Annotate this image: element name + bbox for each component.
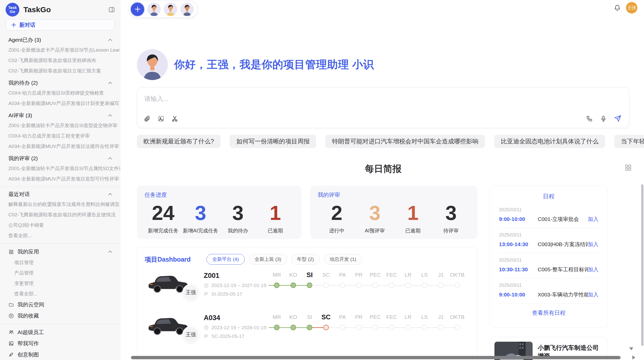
stat-value: 3 <box>432 201 470 225</box>
horizontal-scrollbar[interactable] <box>131 356 621 359</box>
recent-chats-header[interactable]: 最近对话 <box>0 189 120 199</box>
sidebar-task-item[interactable]: Z001-全新燃油轻卡产品开发项目SI节点属性5D文件评审 <box>0 163 120 174</box>
suggestion-chip[interactable]: 欧洲新规最近颁布了什么? <box>137 135 221 148</box>
project-row[interactable]: 王强Z0012023-12-19 ~ 2027-01-19SI-2025-05-… <box>145 268 470 307</box>
milestone-label: PA <box>334 313 351 321</box>
attachment-icon[interactable] <box>144 115 151 122</box>
dashboard-filter-pill[interactable]: 动总开发 (1) <box>324 254 362 265</box>
sidebar-task-item[interactable]: A034-全新新能源MUV产品开发项目造型可行性评审 <box>0 174 120 184</box>
sidebar-task-item[interactable]: C02-飞腾新能源轻客改款项目立项汇报方案 <box>0 66 120 76</box>
image-icon[interactable] <box>157 115 165 122</box>
app-sub-item[interactable]: 产品管理 <box>0 268 120 278</box>
suggestion-chip[interactable]: 如何写一份清晰的项目周报 <box>230 135 316 148</box>
sidebar-tool-writing-icon[interactable]: 帮我写作 <box>0 338 120 349</box>
milestone-dot <box>356 325 362 330</box>
project-rows: 王强Z0012023-12-19 ~ 2027-01-19SI-2025-05-… <box>145 268 470 360</box>
sidebar-section-header[interactable]: AI评审 (3) <box>0 111 120 120</box>
vertical-scrollbar[interactable] <box>641 184 643 346</box>
event-title: C001-立项审批会 <box>538 216 588 223</box>
add-agent-button[interactable] <box>131 3 144 16</box>
chevron-up-icon[interactable] <box>108 250 112 253</box>
sidebar-section-header[interactable]: Agent已办 (3) <box>0 35 120 45</box>
chevron-up-icon[interactable] <box>108 81 112 84</box>
join-link[interactable]: 加入 <box>588 216 598 223</box>
milestone-dot <box>323 325 329 330</box>
chevron-up-icon[interactable] <box>108 193 112 196</box>
recent-chat-item[interactable]: C02-飞腾新能源轻客改款项目的闭环通告反馈情况 <box>0 209 120 220</box>
milestone-dot <box>422 325 427 330</box>
scroll-down-arrow[interactable] <box>629 347 633 350</box>
join-link[interactable]: 加入 <box>588 241 598 248</box>
milestone-label: FEC <box>384 313 400 321</box>
agent-avatar-2[interactable] <box>164 3 177 16</box>
sidebar-task-item[interactable]: Z001-全新燃油皮卡产品开发项目SI节点Lesson Learn报告 <box>0 45 120 55</box>
dashboard-filter-pill[interactable]: 全新平台 (4) <box>207 254 245 265</box>
send-icon[interactable] <box>614 115 622 122</box>
plus-icon <box>11 22 16 27</box>
chevron-up-icon[interactable] <box>108 157 112 160</box>
dashboard-filters: 全新平台 (4)全新上装 (3)年型 (2)动总开发 (1) <box>207 254 366 265</box>
sidebar-tool-label: AI超级员工 <box>18 329 112 336</box>
suggestion-chip[interactable]: 当下年轻人对汽车外观有怎样的喜好趋势 <box>614 135 644 148</box>
app-sub-item[interactable]: 查看全部... <box>0 289 120 299</box>
suggestion-chip[interactable]: 特朗普可能对进口汽车增税会对中国车企造成哪些影响 <box>325 135 485 148</box>
sidebar-tool-drawing-icon[interactable]: 创意制图 <box>0 349 120 360</box>
sidebar-tool-ai-staff-icon[interactable]: AI超级员工 <box>0 327 120 338</box>
sidebar-link-cloud-folder-icon[interactable]: 我的云空间 <box>0 299 120 310</box>
dashboard-filter-pill[interactable]: 年型 (2) <box>291 254 320 265</box>
app-sub-item[interactable]: 变更管理 <box>0 278 120 289</box>
milestone-dot <box>290 282 296 288</box>
agent-avatar-1[interactable] <box>147 3 161 16</box>
briefing-layout-icon[interactable] <box>624 164 632 171</box>
logo-text-2: Go <box>10 10 15 14</box>
stat-label: AI预评审 <box>356 227 394 234</box>
sidebar-task-item[interactable]: C02-飞腾新能源轻客改款项目里程碑画布 <box>0 55 120 66</box>
milestone-dot <box>455 282 460 288</box>
join-link[interactable]: 加入 <box>588 266 598 273</box>
chevron-up-icon[interactable] <box>108 114 112 117</box>
main-area: 王强 你好，王强，我是你的项目管理助理 小识 <box>121 0 644 360</box>
chevron-up-icon[interactable] <box>108 38 112 41</box>
apps-grid-icon <box>8 249 14 254</box>
milestone-track: MRKOSISCPAPRPECFECLRLSJ1OKTB <box>269 268 465 307</box>
suggestion-chip[interactable]: 比亚迪全固态电池计划具体说了什么 <box>494 135 605 148</box>
new-chat-button[interactable]: 新对话 <box>6 19 114 31</box>
sidebar-task-item[interactable]: Z001-全新燃油轻卡产品开发项目SI造型提交物评审 <box>0 120 120 131</box>
sidebar-section-header[interactable]: 我的评审 (2) <box>0 154 120 163</box>
clock-icon <box>204 325 209 330</box>
sidebar-task-item[interactable]: A034-全新新能源MUV产品开发项目计划变更表编写 <box>0 98 120 109</box>
schedule-title: 日程 <box>490 192 608 200</box>
sidebar-link-favorites-icon[interactable]: 我的收藏 <box>0 310 120 321</box>
sidebar-section-header[interactable]: 我的待办 (2) <box>0 78 120 88</box>
mic-icon[interactable] <box>600 115 607 122</box>
milestone-dot <box>307 282 312 288</box>
milestone-dot <box>389 282 394 288</box>
milestone: PR <box>351 271 367 307</box>
user-avatar[interactable]: 王强 <box>626 2 637 13</box>
sidebar-task-item[interactable]: A034-全新新能源MUV产品开发项目法规符合性评审 <box>0 141 120 152</box>
logo-text-1: Task <box>8 6 17 10</box>
sidebar-task-item[interactable]: C0X4-动力总成开发项目工程变更评审 <box>0 131 120 141</box>
view-all-schedule-link[interactable]: 查看所有日程 <box>490 309 608 317</box>
project-dates: 2023-12-19 ~ 2026-01-19 <box>211 325 266 331</box>
milestone: KO <box>285 271 302 307</box>
scissors-icon[interactable] <box>171 115 178 122</box>
recent-chat-item[interactable]: 解释最新出台的欧盟报废车法规再生塑料比例被调至15%... <box>0 199 120 209</box>
recent-chat-item[interactable]: 公司Q3轻卡销量 <box>0 220 120 230</box>
milestone-dot <box>340 325 345 330</box>
join-link[interactable]: 加入 <box>588 291 598 298</box>
sidebar-link-label: 我的收藏 <box>18 312 112 319</box>
project-dates: 2023-12-19 ~ 2027-01-19 <box>211 283 266 288</box>
app-sub-item[interactable]: 项目管理 <box>0 257 120 268</box>
my-apps-header[interactable]: 我的应用 <box>0 246 120 257</box>
recent-chat-item[interactable]: 查看全部... <box>0 230 120 241</box>
sidebar-task-item[interactable]: C0X4-动力总成开发项目SI里程碑提交物检查 <box>0 88 120 98</box>
phone-icon[interactable] <box>586 115 593 122</box>
chat-input[interactable] <box>141 93 568 104</box>
scroll-right-arrow[interactable] <box>632 355 635 359</box>
bell-icon[interactable] <box>614 4 621 11</box>
collapse-sidebar-icon[interactable] <box>108 6 115 13</box>
dashboard-filter-pill[interactable]: 全新上装 (3) <box>249 254 287 265</box>
agent-avatar-3[interactable] <box>180 3 194 16</box>
project-row[interactable]: 王强A0342023-12-19 ~ 2026-01-19SC-2025-05-… <box>145 310 470 349</box>
